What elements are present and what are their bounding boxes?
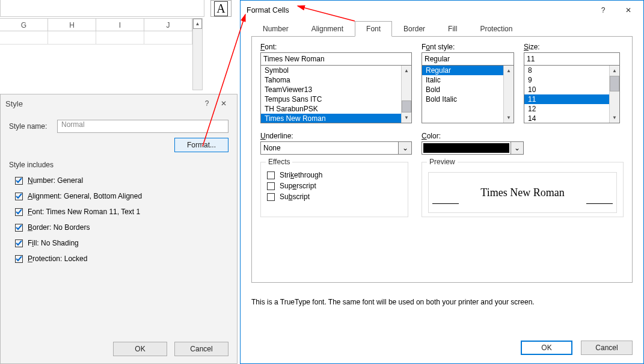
checkbox-icon [267, 182, 275, 190]
chevron-down-icon[interactable]: ⌄ [511, 141, 524, 155]
checkbox-checked-icon [15, 177, 23, 185]
col-header[interactable]: H [48, 18, 96, 31]
include-protection[interactable]: Protection: Locked [15, 254, 228, 263]
scroll-down-icon[interactable]: ▼ [402, 113, 411, 123]
sheet-row [0, 31, 192, 45]
effect-strikethrough[interactable]: Strikethrough [267, 171, 402, 179]
color-swatch [423, 143, 509, 153]
include-border[interactable]: Border: No Borders [15, 223, 228, 232]
scroll-up-icon[interactable]: ▲ [610, 66, 619, 76]
scroll-up-icon[interactable]: ▲ [402, 66, 411, 76]
fc-ok-button[interactable]: OK [521, 341, 572, 355]
checkbox-icon [267, 171, 275, 179]
size-option[interactable]: 10 [524, 85, 609, 94]
include-number[interactable]: Number: General [15, 176, 228, 185]
col-header[interactable]: G [0, 18, 48, 31]
col-header[interactable]: I [96, 18, 144, 31]
font-input[interactable]: Times New Roman [260, 52, 412, 66]
style-includes-label: Style includes [9, 161, 228, 169]
size-option-selected[interactable]: 11 [524, 94, 609, 104]
font-option[interactable]: Symbol [261, 66, 401, 75]
preview-legend: Preview [427, 158, 458, 166]
style-dialog: Style ? ✕ Style name: Normal Format... S… [0, 94, 238, 364]
style-option[interactable]: Italic [422, 75, 503, 85]
fc-help-icon[interactable]: ? [590, 2, 616, 19]
checkbox-checked-icon [15, 208, 23, 216]
font-style-input[interactable]: Regular [422, 52, 514, 66]
fc-close-icon[interactable]: ✕ [616, 2, 641, 19]
cell[interactable] [0, 31, 48, 45]
preview-text: Times New Roman [480, 187, 564, 199]
cell[interactable] [48, 31, 96, 45]
tab-number[interactable]: Number [251, 21, 300, 37]
column-headers: G H I J [0, 18, 192, 31]
scroll-up-icon[interactable]: ▲ [193, 19, 202, 29]
style-scrollbar[interactable]: ▲ ▼ [503, 66, 514, 123]
help-icon[interactable]: ? [198, 99, 215, 108]
scroll-down-icon[interactable]: ▼ [610, 113, 619, 123]
underline-dropdown[interactable]: None ⌄ [260, 141, 412, 155]
font-label: Font: [260, 43, 412, 51]
color-dropdown[interactable] [422, 141, 511, 155]
fc-font-panel: Font: Times New Roman Symbol Tahoma Team… [251, 36, 633, 283]
cell[interactable] [96, 31, 144, 45]
format-cells-dialog: Format Cells ? ✕ Number Alignment Font B… [240, 0, 644, 364]
tab-border[interactable]: Border [392, 21, 437, 37]
tab-fill[interactable]: Fill [437, 21, 468, 37]
size-scrollbar[interactable]: ▲ ▼ [609, 66, 619, 123]
scroll-down-icon[interactable]: ▼ [504, 113, 514, 123]
font-listbox[interactable]: Symbol Tahoma TeamViewer13 Tempus Sans I… [260, 66, 412, 123]
checkbox-icon [267, 193, 275, 201]
fc-title-text: Format Cells [247, 6, 590, 14]
scroll-thumb[interactable] [402, 100, 411, 113]
preview-box: Times New Roman [428, 172, 617, 213]
font-option-selected[interactable]: Times New Roman [261, 114, 401, 123]
cell[interactable] [144, 31, 192, 45]
size-option[interactable]: 9 [524, 75, 609, 85]
color-label: Color: [422, 132, 524, 140]
format-button[interactable]: Format... [174, 138, 228, 152]
style-option-selected[interactable]: Regular [422, 66, 503, 75]
style-option[interactable]: Bold Italic [422, 94, 503, 104]
style-ok-button[interactable]: OK [113, 342, 167, 356]
sheet-scrollbar[interactable]: ▲ [192, 18, 203, 90]
include-alignment[interactable]: Alignment: General, Bottom Aligned [15, 192, 228, 200]
effect-superscript[interactable]: Superscript [267, 182, 402, 190]
size-label: Size: [524, 43, 620, 51]
effects-group: Effects Strikethrough Superscript Subscr… [260, 162, 408, 217]
font-scrollbar[interactable]: ▲ ▼ [401, 66, 411, 123]
font-option[interactable]: TH SarabunPSK [261, 104, 401, 114]
style-name-label: Style name: [9, 122, 57, 131]
size-input[interactable]: 11 [524, 52, 620, 66]
font-option[interactable]: Tahoma [261, 75, 401, 85]
close-icon[interactable]: ✕ [215, 99, 232, 108]
size-listbox[interactable]: 8 9 10 11 12 14 ▲ ▼ [524, 66, 620, 123]
effect-subscript[interactable]: Subscript [267, 193, 402, 201]
tab-protection[interactable]: Protection [468, 21, 524, 37]
font-option[interactable]: Tempus Sans ITC [261, 94, 401, 104]
underline-label: Underline: [260, 132, 412, 140]
checkbox-checked-icon [15, 224, 23, 232]
fc-titlebar: Format Cells ? ✕ [241, 1, 643, 20]
preview-group: Preview Times New Roman [422, 162, 624, 217]
font-style-listbox[interactable]: Regular Italic Bold Bold Italic ▲ ▼ [422, 66, 514, 123]
tab-font[interactable]: Font [355, 21, 392, 37]
col-header[interactable]: J [144, 18, 192, 31]
tab-alignment[interactable]: Alignment [300, 21, 355, 37]
effects-legend: Effects [266, 158, 292, 166]
font-option[interactable]: TeamViewer13 [261, 85, 401, 94]
style-titlebar: Style ? ✕ [1, 94, 237, 113]
scroll-up-icon[interactable]: ▲ [504, 66, 514, 76]
size-option[interactable]: 8 [524, 66, 609, 75]
style-option[interactable]: Bold [422, 85, 503, 94]
scroll-thumb[interactable] [610, 76, 619, 91]
fc-cancel-button[interactable]: Cancel [581, 341, 633, 355]
style-name-input[interactable]: Normal [57, 120, 228, 133]
include-font[interactable]: Font: Times New Roman 11, Text 1 [15, 208, 228, 216]
style-cancel-button[interactable]: Cancel [174, 342, 228, 356]
font-info-text: This is a TrueType font. The same font w… [251, 298, 633, 306]
chevron-down-icon[interactable]: ⌄ [399, 141, 412, 155]
size-option[interactable]: 12 [524, 104, 609, 114]
size-option[interactable]: 14 [524, 114, 609, 123]
include-fill[interactable]: Fill: No Shading [15, 239, 228, 247]
